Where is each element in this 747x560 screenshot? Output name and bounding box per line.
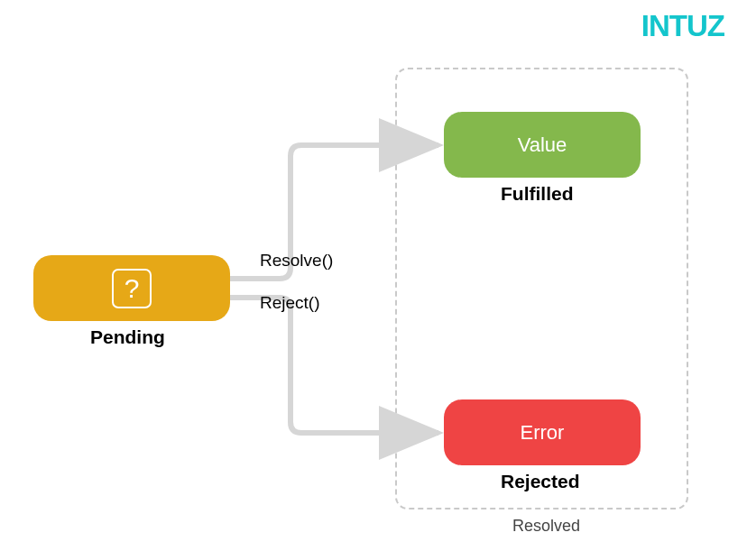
brand-logo: INTUZ xyxy=(641,9,724,43)
value-node: Value xyxy=(444,112,641,178)
pending-label: Pending xyxy=(90,326,165,348)
question-mark-glyph: ? xyxy=(124,273,140,304)
resolved-group-label: Resolved xyxy=(512,517,580,536)
fulfilled-label: Fulfilled xyxy=(501,183,574,205)
brand-logo-text: INTUZ xyxy=(641,9,724,42)
rejected-label: Rejected xyxy=(501,471,580,492)
error-node: Error xyxy=(444,399,641,465)
question-mark-icon: ? xyxy=(112,269,152,308)
value-node-text: Value xyxy=(518,133,567,157)
error-node-text: Error xyxy=(521,421,565,445)
pending-node: ? xyxy=(33,255,230,321)
reject-edge-label: Reject() xyxy=(260,293,320,313)
resolve-edge-label: Resolve() xyxy=(260,251,333,271)
